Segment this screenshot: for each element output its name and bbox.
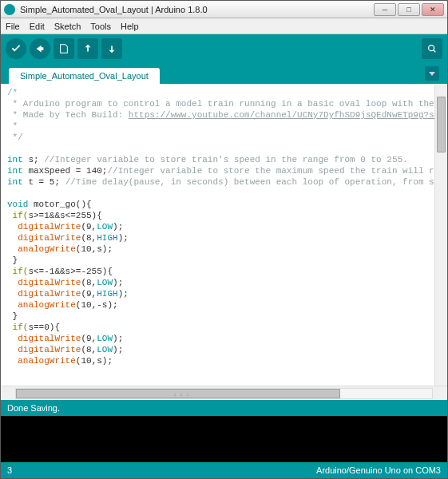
code-text: ); — [113, 345, 123, 354]
open-button[interactable] — [77, 38, 98, 59]
scrollbar-thumb[interactable] — [437, 97, 446, 152]
footer: 3 Arduino/Genuino Uno on COM3 — [1, 462, 447, 478]
line-number: 3 — [7, 465, 12, 475]
code-text: s<=-1&&s>=-255){ — [28, 267, 113, 276]
upload-button[interactable] — [30, 38, 50, 59]
code-text: ); — [113, 222, 123, 232]
arduino-app-icon — [4, 4, 15, 15]
code-func: analogWrite — [18, 356, 76, 366]
code-text: (10,-s); — [76, 300, 118, 310]
code-text: (8, — [81, 278, 97, 287]
code-keyword: int — [7, 166, 23, 176]
code-text: s; — [23, 155, 44, 164]
close-button[interactable]: ✕ — [422, 3, 444, 16]
code-text: (9, — [81, 334, 97, 343]
code-text: (9, — [81, 222, 97, 232]
maximize-button[interactable]: □ — [398, 3, 420, 16]
window-title: Simple_Automated_Oval_Layout | Arduino 1… — [20, 5, 374, 14]
code-comment: * Arduino program to control a model tra… — [7, 99, 447, 109]
scrollbar-thumb[interactable]: ⋮⋮⋮ — [16, 389, 340, 398]
menubar: File Edit Sketch Tools Help — [1, 18, 447, 34]
console[interactable] — [1, 416, 447, 462]
minimize-button[interactable]: ─ — [374, 3, 396, 16]
menu-edit[interactable]: Edit — [30, 22, 45, 31]
code-editor: /* * Arduino program to control a model … — [1, 84, 447, 400]
code-func: digitalWrite — [18, 345, 81, 354]
code-func: digitalWrite — [18, 222, 81, 232]
menu-file[interactable]: File — [6, 22, 20, 31]
code-comment: //Integer variable to store train's spee… — [44, 155, 407, 164]
code-comment: * Made by Tech Build: — [7, 110, 129, 120]
code-text: } — [7, 255, 18, 265]
code-comment: * — [7, 121, 23, 131]
tab-menu-button[interactable] — [425, 66, 439, 81]
code-comment: */ — [7, 133, 23, 142]
code-keyword: if( — [7, 323, 28, 332]
code-text: ); — [113, 278, 123, 287]
code-const: HIGH — [97, 289, 117, 299]
code-text: (10,s); — [76, 244, 113, 254]
serial-monitor-button[interactable] — [422, 38, 442, 59]
code-area[interactable]: /* * Arduino program to control a model … — [1, 84, 447, 386]
code-func: analogWrite — [18, 244, 76, 254]
code-func: analogWrite — [18, 300, 76, 310]
titlebar[interactable]: Simple_Automated_Oval_Layout | Arduino 1… — [1, 1, 447, 18]
tabbar: Simple_Automated_Oval_Layout — [1, 63, 447, 84]
new-button[interactable] — [54, 38, 74, 59]
verify-button[interactable] — [6, 38, 26, 59]
code-keyword: void — [7, 200, 28, 209]
toolbar — [1, 34, 447, 63]
tab-sketch[interactable]: Simple_Automated_Oval_Layout — [9, 68, 160, 84]
save-button[interactable] — [101, 38, 122, 59]
code-const: HIGH — [97, 233, 117, 243]
code-text: (8, — [81, 233, 97, 243]
vertical-scrollbar[interactable] — [434, 84, 447, 386]
code-keyword: int — [7, 177, 23, 187]
code-comment: //Integer variable to store the maximum … — [107, 166, 447, 176]
code-text: maxSpeed = 140; — [23, 166, 108, 176]
board-info: Arduino/Genuino Uno on COM3 — [316, 465, 441, 475]
code-text: ); — [118, 289, 129, 299]
code-func: digitalWrite — [18, 289, 81, 299]
scrollbar-track[interactable]: ⋮⋮⋮ — [15, 388, 433, 399]
code-text: s>=1&&s<=255){ — [28, 211, 101, 220]
status-message: Done Saving. — [7, 403, 60, 413]
code-text: (8, — [81, 345, 97, 354]
code-const: LOW — [97, 278, 113, 287]
code-comment: //Time delay(pause, in seconds) between … — [65, 177, 447, 187]
code-text: s==0){ — [28, 323, 60, 332]
code-keyword: int — [7, 155, 23, 164]
menu-help[interactable]: Help — [121, 22, 139, 31]
horizontal-scrollbar[interactable]: ⋮⋮⋮ — [1, 386, 447, 400]
code-comment: /* — [7, 88, 18, 97]
window-controls: ─ □ ✕ — [374, 3, 444, 16]
code-func: digitalWrite — [18, 278, 81, 287]
menu-sketch[interactable]: Sketch — [54, 22, 81, 31]
code-text: ); — [118, 233, 129, 243]
statusbar: Done Saving. — [1, 400, 447, 416]
code-keyword: if( — [7, 267, 28, 276]
svg-point-0 — [429, 46, 434, 51]
code-text: t = 5; — [23, 177, 65, 187]
code-text: ); — [113, 334, 123, 343]
code-url: https://www.youtube.com/channel/UCNy7Dyf… — [129, 110, 447, 120]
code-text: motor_go(){ — [28, 200, 91, 209]
code-text: (9, — [81, 289, 97, 299]
menu-tools[interactable]: Tools — [90, 22, 111, 31]
code-keyword: if( — [7, 211, 28, 220]
code-func: digitalWrite — [18, 233, 81, 243]
code-const: LOW — [97, 345, 113, 354]
code-const: LOW — [97, 222, 113, 232]
code-text: } — [7, 311, 18, 321]
code-const: LOW — [97, 334, 113, 343]
arduino-window: Simple_Automated_Oval_Layout | Arduino 1… — [0, 0, 448, 479]
code-func: digitalWrite — [18, 334, 81, 343]
code-text: (10,s); — [76, 356, 113, 366]
